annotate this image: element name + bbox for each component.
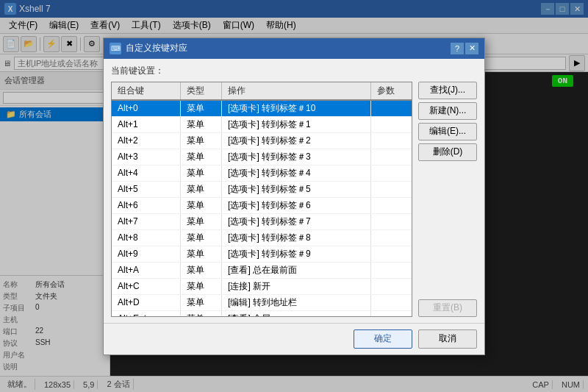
cell-param: [370, 181, 412, 197]
cell-param: [370, 229, 412, 246]
cell-param: [370, 278, 412, 294]
cell-action: [选项卡] 转到标签＃8: [222, 229, 371, 246]
cell-action: [选项卡] 转到标签＃7: [222, 213, 371, 229]
cell-key: Alt+8: [112, 229, 180, 246]
col-header-action[interactable]: 操作: [222, 82, 371, 100]
cell-param: [370, 116, 412, 132]
cell-param: [370, 294, 412, 310]
cell-type: 菜单: [180, 294, 222, 310]
cell-action: [查看] 总在最前面: [222, 262, 371, 278]
table-row[interactable]: Alt+2菜单[选项卡] 转到标签＃2: [112, 132, 412, 149]
dialog-content-row: 组合键 类型 操作 参数 Alt+0菜单[选项卡] 转到标签＃10Alt+1菜单…: [111, 82, 477, 317]
cell-type: 菜单: [180, 262, 222, 278]
keybind-table-wrapper[interactable]: 组合键 类型 操作 参数 Alt+0菜单[选项卡] 转到标签＃10Alt+1菜单…: [111, 82, 412, 317]
ok-button[interactable]: 确定: [354, 329, 412, 349]
btn-spacer: [418, 164, 477, 296]
cancel-button[interactable]: 取消: [418, 329, 477, 349]
dialog-icon: ⌨: [110, 43, 121, 54]
dialog-title-bar: ⌨ 自定义按键对应 ? ✕: [104, 38, 484, 59]
cell-param: [370, 100, 412, 117]
cell-action: [选项卡] 转到标签＃6: [222, 197, 371, 213]
cell-key: Alt+6: [112, 197, 180, 213]
cell-action: [编辑] 转到地址栏: [222, 294, 371, 310]
table-header-row: 组合键 类型 操作 参数: [112, 82, 412, 100]
cell-key: Alt+2: [112, 132, 180, 149]
table-row[interactable]: Alt+9菜单[选项卡] 转到标签＃9: [112, 246, 412, 262]
table-row[interactable]: Alt+0菜单[选项卡] 转到标签＃10: [112, 100, 412, 117]
cell-param: [370, 262, 412, 278]
table-row[interactable]: Alt+A菜单[查看] 总在最前面: [112, 262, 412, 278]
cell-type: 菜单: [180, 310, 222, 317]
cell-key: Alt+C: [112, 278, 180, 294]
cell-param: [370, 213, 412, 229]
cell-type: 菜单: [180, 165, 222, 181]
cell-type: 菜单: [180, 197, 222, 213]
cell-type: 菜单: [180, 181, 222, 197]
col-header-type[interactable]: 类型: [180, 82, 222, 100]
keybind-dialog: ⌨ 自定义按键对应 ? ✕ 当前键设置： 组合键: [103, 38, 485, 355]
cell-key: Alt+7: [112, 213, 180, 229]
table-row[interactable]: Alt+3菜单[选项卡] 转到标签＃3: [112, 149, 412, 165]
dialog-footer: 确定 取消: [104, 323, 484, 354]
cell-action: [选项卡] 转到标签＃9: [222, 246, 371, 262]
app-window: X Xshell 7 － □ ✕ 文件(F) 编辑(E) 查看(V) 工具(T)…: [0, 0, 588, 392]
table-row[interactable]: Alt+5菜单[选项卡] 转到标签＃5: [112, 181, 412, 197]
cell-key: Alt+5: [112, 181, 180, 197]
table-row[interactable]: Alt+7菜单[选项卡] 转到标签＃7: [112, 213, 412, 229]
col-header-key[interactable]: 组合键: [112, 82, 180, 100]
col-header-param[interactable]: 参数: [370, 82, 412, 100]
cell-action: [选项卡] 转到标签＃3: [222, 149, 371, 165]
find-button[interactable]: 查找(J)...: [418, 82, 477, 99]
dialog-title: 自定义按键对应: [126, 42, 451, 54]
cell-key: Alt+3: [112, 149, 180, 165]
dialog-table-area: 组合键 类型 操作 参数 Alt+0菜单[选项卡] 转到标签＃10Alt+1菜单…: [111, 82, 412, 317]
cell-type: 菜单: [180, 100, 222, 117]
cell-type: 菜单: [180, 132, 222, 149]
table-row[interactable]: Alt+D菜单[编辑] 转到地址栏: [112, 294, 412, 310]
cell-action: [选项卡] 转到标签＃1: [222, 116, 371, 132]
cell-key: Alt+9: [112, 246, 180, 262]
cell-type: 菜单: [180, 246, 222, 262]
cell-param: [370, 132, 412, 149]
cell-key: Alt+0: [112, 100, 180, 117]
dialog-body: 当前键设置： 组合键 类型 操作 参数: [104, 59, 484, 323]
cell-param: [370, 310, 412, 317]
dialog-section-label: 当前键设置：: [111, 65, 477, 77]
cell-action: [选项卡] 转到标签＃5: [222, 181, 371, 197]
edit-button[interactable]: 编辑(E)...: [418, 123, 477, 140]
cell-type: 菜单: [180, 149, 222, 165]
cell-action: [连接] 新开: [222, 278, 371, 294]
cell-type: 菜单: [180, 116, 222, 132]
table-row[interactable]: Alt+1菜单[选项卡] 转到标签＃1: [112, 116, 412, 132]
cell-action: [选项卡] 转到标签＃10: [222, 100, 371, 117]
dialog-close-button[interactable]: ✕: [465, 43, 478, 54]
cell-type: 菜单: [180, 213, 222, 229]
dialog-overlay: ⌨ 自定义按键对应 ? ✕ 当前键设置： 组合键: [0, 0, 588, 392]
cell-param: [370, 246, 412, 262]
table-row[interactable]: Alt+C菜单[连接] 新开: [112, 278, 412, 294]
cell-type: 菜单: [180, 229, 222, 246]
cell-action: [选项卡] 转到标签＃4: [222, 165, 371, 181]
new-button[interactable]: 新建(N)...: [418, 102, 477, 120]
delete-button[interactable]: 删除(D): [418, 143, 477, 161]
table-row[interactable]: Alt+6菜单[选项卡] 转到标签＃6: [112, 197, 412, 213]
cell-key: Alt+4: [112, 165, 180, 181]
table-row[interactable]: Alt+Enter菜单[查看] 全屏: [112, 310, 412, 317]
cell-key: Alt+A: [112, 262, 180, 278]
reset-button[interactable]: 重置(B): [418, 299, 477, 317]
table-row[interactable]: Alt+8菜单[选项卡] 转到标签＃8: [112, 229, 412, 246]
cell-type: 菜单: [180, 278, 222, 294]
cell-key: Alt+D: [112, 294, 180, 310]
cell-action: [查看] 全屏: [222, 310, 371, 317]
keybind-table: 组合键 类型 操作 参数 Alt+0菜单[选项卡] 转到标签＃10Alt+1菜单…: [112, 82, 412, 317]
cell-param: [370, 149, 412, 165]
cell-action: [选项卡] 转到标签＃2: [222, 132, 371, 149]
cell-key: Alt+1: [112, 116, 180, 132]
dialog-right-buttons: 查找(J)... 新建(N)... 编辑(E)... 删除(D) 重置(B): [418, 82, 477, 317]
cell-param: [370, 197, 412, 213]
cell-param: [370, 165, 412, 181]
cell-key: Alt+Enter: [112, 310, 180, 317]
table-row[interactable]: Alt+4菜单[选项卡] 转到标签＃4: [112, 165, 412, 181]
dialog-help-button[interactable]: ?: [451, 43, 464, 54]
